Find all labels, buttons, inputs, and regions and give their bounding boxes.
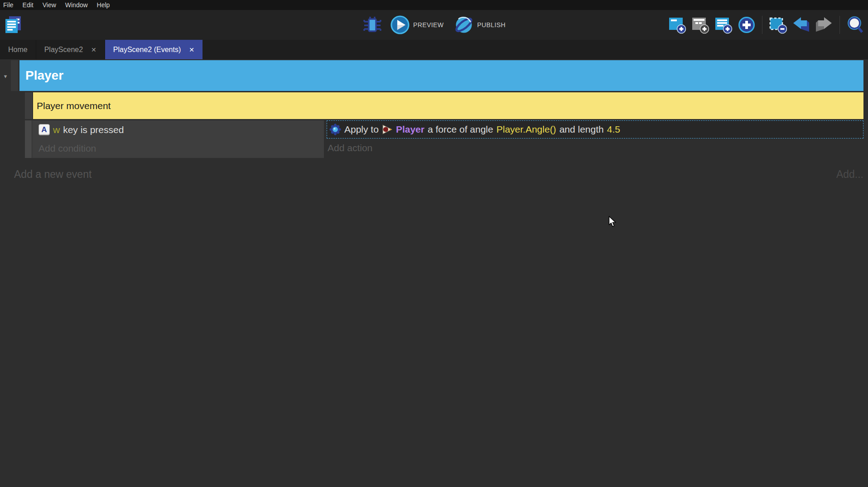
tab-bar: Home PlayScene2 ✕ PlayScene2 (Events) ✕ — [0, 40, 868, 59]
tab-playscene2[interactable]: PlayScene2 ✕ — [36, 40, 105, 59]
main-toolbar: PREVIEW PUBLISH — [0, 10, 868, 40]
event-row: A w key is pressed Add condition — [25, 120, 863, 158]
menu-file[interactable]: File — [3, 0, 18, 10]
condition-text: key is pressed — [63, 124, 124, 135]
search-icon[interactable] — [846, 16, 864, 34]
tab-label: PlayScene2 (Events) — [113, 46, 181, 54]
add-event-icon[interactable] — [668, 16, 686, 34]
publish-label: PUBLISH — [477, 21, 506, 29]
add-more-button[interactable]: Add... — [836, 168, 863, 181]
preview-button[interactable]: PREVIEW — [391, 15, 444, 34]
add-subevent-icon[interactable] — [691, 16, 709, 34]
actions-column: Apply to Player a force of angle Player.… — [327, 120, 863, 158]
tab-label: PlayScene2 — [44, 46, 83, 54]
chevron-down-icon[interactable]: ▾ — [4, 73, 7, 80]
add-circle-icon[interactable] — [738, 16, 756, 34]
toolbar-separator — [762, 16, 762, 34]
events-sheet: ▾ Player Player movement A w key is pres… — [0, 59, 868, 181]
publish-globe-icon — [454, 15, 473, 34]
action-item-selected[interactable]: Apply to Player a force of angle Player.… — [327, 120, 863, 138]
force-icon — [329, 124, 341, 135]
add-new-event-button[interactable]: Add a new event — [14, 168, 92, 181]
publish-button[interactable]: PUBLISH — [454, 15, 506, 34]
add-comment-icon[interactable] — [714, 16, 733, 34]
event-group-row: ▾ Player — [0, 60, 863, 91]
comment-block[interactable]: Player movement — [33, 92, 863, 119]
tab-playscene2-events[interactable]: PlayScene2 (Events) ✕ — [105, 40, 203, 59]
project-manager-icon[interactable] — [4, 15, 23, 35]
debug-icon[interactable] — [362, 16, 382, 34]
undo-icon[interactable] — [792, 16, 810, 33]
condition-key-value: w — [53, 124, 60, 135]
menu-bar: File Edit View Window Help — [0, 0, 868, 10]
preview-label: PREVIEW — [413, 21, 444, 29]
menu-help[interactable]: Help — [92, 0, 115, 10]
menu-view[interactable]: View — [38, 0, 61, 10]
group-drag-handle[interactable] — [11, 60, 18, 91]
close-icon[interactable]: ✕ — [91, 47, 96, 53]
redo-icon[interactable] — [815, 16, 833, 33]
player-object-icon — [382, 124, 393, 135]
add-condition-button[interactable]: Add condition — [39, 139, 324, 158]
play-icon — [391, 15, 410, 34]
menu-edit[interactable]: Edit — [18, 0, 38, 10]
menu-window[interactable]: Window — [61, 0, 92, 10]
keyboard-key-icon: A — [39, 124, 50, 135]
close-icon[interactable]: ✕ — [189, 47, 194, 53]
action-value: 4.5 — [607, 124, 620, 135]
tab-label: Home — [8, 46, 28, 54]
mouse-cursor — [608, 216, 617, 228]
event-drag-handle[interactable] — [25, 120, 32, 158]
event-group-header[interactable]: Player — [19, 60, 863, 91]
action-object-name: Player — [396, 124, 424, 135]
comment-row: Player movement — [25, 92, 863, 119]
add-action-button[interactable]: Add action — [327, 138, 863, 158]
action-expression: Player.Angle() — [497, 124, 556, 135]
comment-text: Player movement — [37, 100, 111, 111]
group-gutter: ▾ — [0, 60, 11, 91]
sheet-footer: Add a new event Add... — [0, 168, 868, 181]
tab-home[interactable]: Home — [0, 40, 36, 59]
toolbar-separator — [839, 16, 840, 34]
group-title: Player — [25, 68, 63, 83]
delete-selection-icon[interactable] — [769, 16, 787, 34]
conditions-column: A w key is pressed Add condition — [32, 120, 324, 158]
action-prefix: Apply to — [344, 124, 379, 135]
condition-item[interactable]: A w key is pressed — [39, 120, 324, 139]
comment-drag-handle[interactable] — [25, 92, 32, 119]
action-text: a force of angle — [428, 124, 493, 135]
action-text: and length — [559, 124, 604, 135]
